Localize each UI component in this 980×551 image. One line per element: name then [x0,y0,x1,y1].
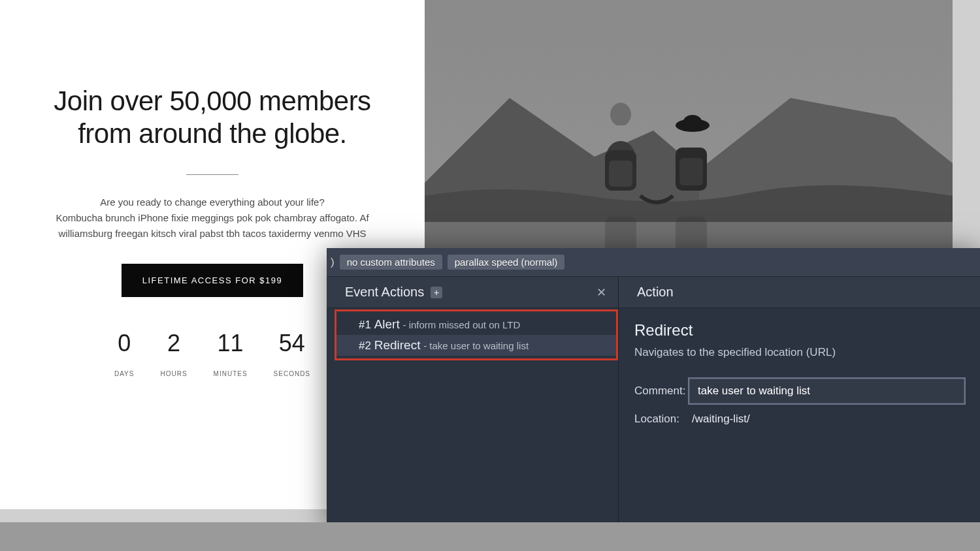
countdown-minutes: 11 MINUTES [214,330,248,377]
editor-panel: ) no custom attributes parallax speed (n… [327,248,980,529]
action-type: Alert [374,317,400,331]
countdown-days-value: 0 [114,330,135,357]
tag-paren-close: ) [331,256,335,269]
countdown-hours: 2 HOURS [160,330,187,377]
editor-columns: Event Actions + ✕ #1 Alert - inform miss… [327,277,980,529]
page-headline: Join over 50,000 members from around the… [29,85,395,151]
canvas-bottom-strip [0,522,980,551]
pill-parallax-speed[interactable]: parallax speed (normal) [448,255,565,270]
comment-input[interactable] [689,379,964,403]
close-event-actions-icon[interactable]: ✕ [596,285,606,300]
action-row-redirect[interactable]: #2 Redirect - take user to waiting list [336,335,616,356]
countdown-minutes-label: MINUTES [214,370,248,377]
comment-field-row: Comment: [634,379,964,403]
add-action-button[interactable]: + [431,287,442,298]
event-actions-header: Event Actions + ✕ [327,277,618,308]
canvas-edge-gutter [953,0,980,248]
action-detail-column: Action Redirect Navigates to the specifi… [619,277,980,529]
headline-divider [186,174,238,175]
location-value[interactable]: /waiting-list/ [689,407,964,431]
svg-rect-4 [609,161,632,187]
action-index: #2 [359,339,371,352]
action-row-alert[interactable]: #1 Alert - inform missed out on LTD [336,314,616,335]
countdown-days: 0 DAYS [114,330,135,377]
svg-rect-6 [679,158,703,185]
action-body: Redirect Navigates to the specified loca… [619,308,980,448]
subtext-line-1: Are you ready to change everything about… [100,197,325,208]
location-field-row: Location: /waiting-list/ [634,407,964,431]
countdown-hours-value: 2 [160,330,187,357]
countdown-days-label: DAYS [114,370,135,377]
pill-no-custom-attributes[interactable]: no custom attributes [340,255,442,270]
subtext-line-2: Kombucha brunch iPhone fixie meggings po… [56,212,368,239]
event-actions-column: Event Actions + ✕ #1 Alert - inform miss… [327,277,619,529]
countdown-seconds: 54 SECONDS [274,330,310,377]
action-name: Redirect [634,321,964,339]
countdown-seconds-value: 54 [274,330,310,357]
action-desc: - take user to waiting list [423,340,529,351]
countdown-hours-label: HOURS [160,370,187,377]
location-label: Location: [634,413,688,426]
cta-button[interactable]: LIFETIME ACCESS FOR $199 [122,264,303,297]
action-desc: - inform missed out on LTD [402,319,520,330]
countdown: 0 DAYS 2 HOURS 11 MINUTES 54 SECONDS [114,330,310,377]
event-actions-list-highlight: #1 Alert - inform missed out on LTD #2 R… [335,309,618,360]
event-actions-title: Event Actions [345,285,424,300]
action-header-title: Action [637,285,674,300]
action-description: Navigates to the specified location (URL… [634,346,964,359]
action-header: Action [619,277,980,308]
svg-point-8 [683,115,702,128]
action-type: Redirect [374,338,421,352]
attribute-tag-bar: ) no custom attributes parallax speed (n… [327,248,980,277]
countdown-seconds-label: SECONDS [274,370,310,377]
comment-label: Comment: [634,385,688,398]
action-index: #1 [359,319,371,331]
countdown-minutes-value: 11 [214,330,248,357]
subtext: Are you ready to change everything about… [42,195,382,242]
